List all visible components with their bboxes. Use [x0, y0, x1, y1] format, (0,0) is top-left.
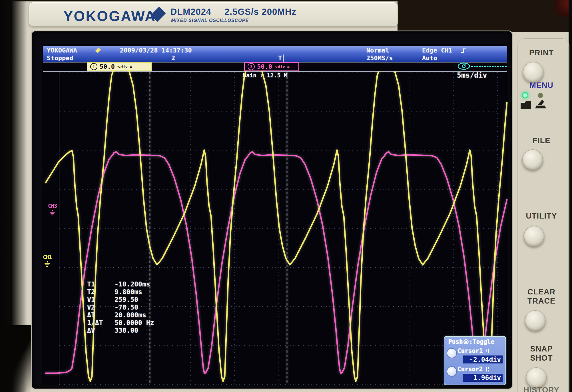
cursor1-knob[interactable] — [447, 348, 457, 358]
utility-button[interactable] — [524, 226, 544, 246]
oscilloscope-front: YOKOGAWA DLM20242.5GS/s 200MHz MIXED SIG… — [0, 0, 572, 392]
cursor2-label-text: Cursor2 — [457, 366, 483, 373]
cursor-control-panel: Push :Toggle Cursor1 -2.04div Cursor2 1.… — [444, 336, 506, 385]
screen-bezel: YOKOGAWA 2009/03/28 14:37:30 Stopped 2 T… — [32, 31, 512, 389]
channel1-badge: 1 50.0 ∿div ≡ — [87, 62, 152, 71]
channel1-number: 1 — [90, 63, 97, 70]
menu-led-on — [522, 92, 528, 98]
status-diamond-icon — [95, 47, 101, 53]
channel3-scale: 50.0 — [257, 63, 272, 70]
measurement-value: 9.800ms — [115, 288, 142, 296]
channel3-badge: 3 50.0 ∿div ≡ — [244, 62, 299, 71]
channel3-number: 3 — [248, 63, 255, 70]
display-position-line — [471, 66, 507, 67]
status-datetime: 2009/03/28 14:37:30 — [120, 47, 192, 54]
printer-icon[interactable] — [533, 98, 547, 111]
trigger-type: Edge CH1 — [422, 47, 452, 54]
measurement-row: T1-10.200ms — [87, 280, 154, 288]
measurement-row: ΔT20.000ms — [87, 311, 154, 319]
measurement-value: 259.50 — [115, 296, 138, 303]
cursor-title-suffix: :Toggle — [469, 338, 495, 345]
trigger-position-marker: T — [278, 54, 284, 62]
measurement-label: ΔV — [87, 327, 115, 334]
cursor1-marker-icon — [486, 349, 489, 353]
measurement-row: V2-78.50 — [87, 303, 154, 311]
acq-mode: Normal — [366, 47, 389, 54]
knob-icon — [463, 339, 469, 344]
channel1-label-text: CH1 — [43, 254, 52, 260]
folder-icon[interactable] — [520, 99, 532, 110]
measurement-value: 50.0000 Hz — [115, 319, 154, 326]
cursor2-knob[interactable] — [447, 366, 457, 377]
measurement-label: 1/ΔT — [87, 319, 115, 326]
clear-trace-label-line2: TRACE — [516, 297, 567, 306]
utility-label: UTILITY — [516, 212, 567, 221]
sample-rate: 250MS/s — [366, 54, 393, 62]
channel1-coupling-icon: ≡ — [130, 64, 132, 69]
cursor2-label: Cursor2 — [457, 366, 489, 373]
brand-logo: YOKOGAWA — [63, 8, 156, 25]
cursor2-value: 1.96div — [463, 374, 503, 382]
print-label: PRINT — [516, 49, 567, 57]
snap-shot-button[interactable] — [526, 367, 547, 388]
snap-shot-label-line1: SNAP — [516, 345, 567, 353]
history-label: HISTORY — [516, 386, 567, 392]
waveform-display — [42, 71, 508, 385]
channel1-position-label: CH1 — [43, 254, 52, 267]
cursor1-label-text: Cursor1 — [457, 347, 483, 354]
cursor1-value: -2.04div — [463, 355, 503, 363]
file-button[interactable] — [522, 149, 543, 170]
measurement-label: T2 — [87, 288, 115, 296]
channel1-scale: 50.0 — [100, 63, 115, 70]
measurement-value: -10.200ms — [115, 280, 150, 288]
channel1-ground-icon — [43, 261, 52, 267]
cursor-measurements: T1-10.200msT29.800msV1259.50V2-78.50ΔT20… — [87, 280, 154, 334]
channel3-coupling-icon: ≡ — [287, 64, 289, 69]
measurement-row: 1/ΔT50.0000 Hz — [87, 319, 154, 326]
channel3-ground-icon — [48, 210, 57, 215]
shadow-bottom-left — [0, 325, 31, 392]
channel1-unit: ∿div — [117, 64, 128, 69]
trigger-mode: Auto — [422, 54, 437, 62]
measurement-row: V1259.50 — [87, 296, 154, 303]
snap-shot-label-line2: SHOT — [516, 354, 567, 363]
measurement-label: V2 — [87, 304, 115, 311]
measurement-label: T1 — [87, 280, 115, 288]
model-text: DLM20242.5GS/s 200MHz — [170, 7, 296, 17]
brand-plaque: YOKOGAWA DLM20242.5GS/s 200MHz MIXED SIG… — [29, 2, 398, 27]
measurement-label: V1 — [87, 296, 115, 303]
model-number: DLM2024 — [170, 7, 211, 17]
cursor2-marker-icon — [486, 367, 489, 371]
menu-led-off — [538, 93, 543, 98]
menu-label: MENU — [516, 81, 567, 90]
cursor-title-prefix: Push — [448, 338, 463, 345]
file-label: FILE — [516, 136, 567, 145]
measurement-row: ΔV338.00 — [87, 326, 154, 334]
cursor-panel-title: Push :Toggle — [448, 338, 494, 345]
channel3-label-text: CH3 — [48, 203, 57, 209]
lcd-screen: YOKOGAWA 2009/03/28 14:37:30 Stopped 2 T… — [42, 44, 508, 385]
shadow-top-right — [398, 0, 572, 32]
model-specs: 2.5GS/s 200MHz — [224, 7, 296, 17]
channel3-position-label: CH3 — [48, 203, 57, 215]
channel3-unit: ∿div — [274, 64, 285, 69]
rising-edge-icon — [460, 47, 467, 54]
cursor1-label: Cursor1 — [457, 347, 489, 354]
clear-trace-button[interactable] — [525, 310, 545, 331]
acq-count: 2 — [171, 54, 175, 62]
measurement-value: 20.000ms — [115, 311, 146, 319]
display-position-icon — [457, 62, 472, 71]
measurement-label: ΔT — [87, 311, 115, 319]
measurement-value: -78.50 — [115, 304, 138, 311]
print-button[interactable] — [523, 62, 543, 82]
model-subtitle: MIXED SIGNAL OSCILLOSCOPE — [171, 18, 249, 23]
measurement-value: 338.00 — [115, 327, 138, 334]
clear-trace-label-line1: CLEAR — [516, 288, 567, 296]
measurement-row: T29.800ms — [87, 288, 154, 296]
status-bar: YOKOGAWA 2009/03/28 14:37:30 Stopped 2 T… — [43, 46, 507, 62]
acq-status: Stopped — [47, 54, 73, 62]
status-brand: YOKOGAWA — [47, 47, 77, 54]
